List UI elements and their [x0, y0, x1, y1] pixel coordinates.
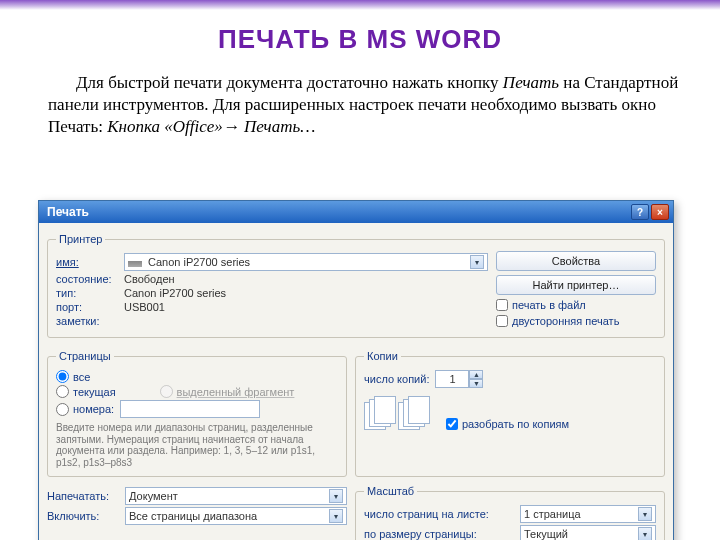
copies-input[interactable]: [435, 370, 469, 388]
pages-numbers-radio[interactable]: номера:: [56, 403, 114, 416]
question-icon: ?: [637, 207, 643, 218]
find-printer-button[interactable]: Найти принтер…: [496, 275, 656, 295]
type-value: Canon iP2700 series: [124, 287, 226, 299]
page-body: Для быстрой печати документа достаточно …: [0, 72, 720, 137]
spin-down-icon[interactable]: ▼: [469, 379, 483, 388]
print-dialog: Печать ? × Принтер имя: Canon iP2700 ser…: [38, 200, 674, 540]
state-label: состояние:: [56, 273, 118, 285]
close-icon: ×: [657, 207, 663, 218]
napechatat-label: Напечатать:: [47, 490, 119, 502]
include-combo[interactable]: Все страницы диапазона ▾: [125, 507, 347, 525]
print-to-file-checkbox[interactable]: печать в файл: [496, 299, 656, 311]
pages-per-sheet-label: число страниц на листе:: [364, 508, 514, 520]
scale-legend: Масштаб: [364, 485, 417, 497]
para-d: Кнопка «Office»→ Печать…: [107, 117, 315, 136]
pages-group: Страницы все текущая выделенный фрагмент…: [47, 350, 347, 477]
page-title: ПЕЧАТЬ В MS WORD: [0, 24, 720, 55]
printer-name-value: Canon iP2700 series: [148, 256, 250, 268]
window-buttons: ? ×: [631, 204, 669, 220]
notes-label: заметки:: [56, 315, 118, 327]
chevron-down-icon: ▾: [329, 509, 343, 523]
scale-to-size-combo[interactable]: Текущий ▾: [520, 525, 656, 540]
printer-name-label: имя:: [56, 256, 118, 268]
pages-per-sheet-combo[interactable]: 1 страница ▾: [520, 505, 656, 523]
dialog-titlebar[interactable]: Печать ? ×: [39, 201, 673, 223]
pages-selection-radio: выделенный фрагмент: [160, 385, 295, 398]
print-what-value: Документ: [129, 490, 178, 502]
collate-checkbox[interactable]: разобрать по копиям: [446, 418, 569, 430]
pages-per-sheet-value: 1 страница: [524, 508, 581, 520]
pages-current-radio[interactable]: текущая: [56, 385, 116, 398]
help-button[interactable]: ?: [631, 204, 649, 220]
dialog-title: Печать: [47, 205, 89, 219]
scale-to-size-label: по размеру страницы:: [364, 528, 514, 540]
copies-count-label: число копий:: [364, 373, 429, 385]
printer-info: имя: Canon iP2700 series ▾ состояние:Сво…: [56, 251, 488, 329]
chevron-down-icon: ▾: [329, 489, 343, 503]
dialog-body: Принтер имя: Canon iP2700 series ▾ со: [39, 223, 673, 540]
type-label: тип:: [56, 287, 118, 299]
para-a: Для быстрой печати документа достаточно …: [76, 73, 503, 92]
properties-button[interactable]: Свойства: [496, 251, 656, 271]
slide-top-accent: [0, 0, 720, 10]
duplex-checkbox[interactable]: двусторонняя печать: [496, 315, 656, 327]
copies-group: Копии число копий: ▲ ▼: [355, 350, 665, 477]
para-b: Печать: [503, 73, 559, 92]
spin-up-icon[interactable]: ▲: [469, 370, 483, 379]
copies-legend: Копии: [364, 350, 401, 362]
page-numbers-input[interactable]: [120, 400, 260, 418]
collate-illustration: [364, 396, 426, 430]
pages-hint: Введите номера или диапазоны страниц, ра…: [56, 422, 326, 468]
port-value: USB001: [124, 301, 165, 313]
intro-paragraph: Для быстрой печати документа достаточно …: [48, 72, 686, 137]
pages-legend: Страницы: [56, 350, 114, 362]
print-what-combo[interactable]: Документ ▾: [125, 487, 347, 505]
printer-legend: Принтер: [56, 233, 105, 245]
chevron-down-icon: ▾: [470, 255, 484, 269]
state-value: Свободен: [124, 273, 175, 285]
chevron-down-icon: ▾: [638, 527, 652, 540]
include-value: Все страницы диапазона: [129, 510, 257, 522]
include-label: Включить:: [47, 510, 119, 522]
close-button[interactable]: ×: [651, 204, 669, 220]
port-label: порт:: [56, 301, 118, 313]
printer-icon: [128, 255, 142, 269]
printer-group: Принтер имя: Canon iP2700 series ▾ со: [47, 233, 665, 338]
chevron-down-icon: ▾: [638, 507, 652, 521]
printer-name-combo[interactable]: Canon iP2700 series ▾: [124, 253, 488, 271]
pages-all-radio[interactable]: все: [56, 370, 338, 383]
print-what-group: Напечатать: Документ ▾ Включить: Все стр…: [47, 485, 347, 540]
printer-side-controls: Свойства Найти принтер… печать в файл дв…: [496, 251, 656, 329]
scale-group: Масштаб число страниц на листе: 1 страни…: [355, 485, 665, 540]
copies-spinner[interactable]: ▲ ▼: [435, 370, 483, 388]
scale-to-size-value: Текущий: [524, 528, 568, 540]
